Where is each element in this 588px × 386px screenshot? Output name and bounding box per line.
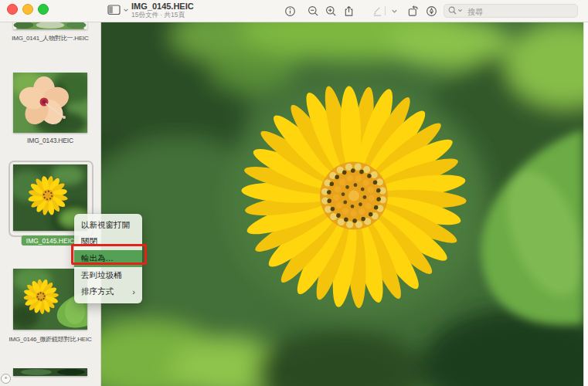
markup-pen-button[interactable] (425, 5, 438, 18)
markup-pencil-button[interactable] (371, 5, 384, 18)
thumbnail-sidebar: IMG_0141_人物對比一.HEIC IM (0, 22, 101, 386)
close-button[interactable] (7, 4, 18, 15)
window-right-margin (583, 22, 588, 386)
search-field[interactable] (444, 4, 578, 18)
selected-thumbnail-label[interactable]: IMG_0145.HEIC (22, 235, 79, 245)
search-icon (448, 6, 457, 15)
thumbnail-img-0141[interactable] (13, 22, 87, 29)
menu-item-open-in-new-window[interactable]: 以新視窗打開 (74, 217, 142, 234)
toolbar-divider (385, 6, 386, 15)
info-icon (284, 5, 296, 17)
thumbnail-next[interactable] (13, 368, 87, 376)
menu-item-move-to-trash[interactable]: 丟到垃圾桶 (74, 267, 142, 284)
chevron-down-icon (123, 7, 129, 13)
markup-pen-icon (426, 5, 437, 17)
zoom-badge-icon: + (1, 374, 11, 384)
menu-item-export-as[interactable]: 輸出為… (74, 250, 142, 267)
thumbnail-img-0143[interactable] (13, 73, 87, 133)
sidebar-view-icon (107, 5, 121, 15)
toolbar: IMG_0145.HEIC 15份文件 · 共15頁 (0, 0, 588, 22)
share-icon (343, 5, 355, 17)
submenu-chevron-icon: › (132, 287, 135, 296)
photo-canvas[interactable] (101, 22, 583, 386)
zoom-out-icon (308, 5, 319, 17)
zoom-in-icon (325, 5, 337, 17)
search-chevron-icon (457, 8, 463, 13)
minimize-button[interactable] (22, 4, 33, 15)
thumbnail-label: IMG_0143.HEIC (0, 137, 100, 144)
thumbnail-label: IMG_0141_人物對比一.HEIC (0, 34, 100, 42)
info-button[interactable] (284, 5, 297, 18)
zoom-window-button[interactable] (38, 4, 49, 15)
document-title: IMG_0145.HEIC (131, 2, 194, 12)
menu-item-sort-by-label: 排序方式 (81, 286, 114, 297)
rotate-left-button[interactable] (406, 5, 420, 18)
menu-item-close[interactable]: 關閉 (74, 234, 142, 251)
context-menu: 以新視窗打開 關閉 輸出為… 丟到垃圾桶 排序方式 › (74, 214, 142, 303)
thumbnail-label: IMG_0146_微距鏡頭對比.HEIC (0, 335, 100, 344)
chevron-down-icon (391, 8, 398, 15)
markup-pencil-icon (372, 5, 383, 17)
markup-chevron-button[interactable] (388, 5, 401, 18)
sidebar-view-button[interactable] (107, 5, 129, 15)
document-subtitle: 15份文件 · 共15頁 (131, 12, 194, 19)
menu-item-sort-by[interactable]: 排序方式 › (74, 283, 142, 300)
share-button[interactable] (342, 5, 355, 18)
flower-photo (101, 22, 583, 386)
title-block: IMG_0145.HEIC 15份文件 · 共15頁 (131, 2, 194, 19)
search-input[interactable] (466, 5, 576, 19)
zoom-in-button[interactable] (325, 5, 338, 18)
zoom-out-button[interactable] (307, 5, 320, 18)
rotate-left-icon (407, 5, 419, 17)
